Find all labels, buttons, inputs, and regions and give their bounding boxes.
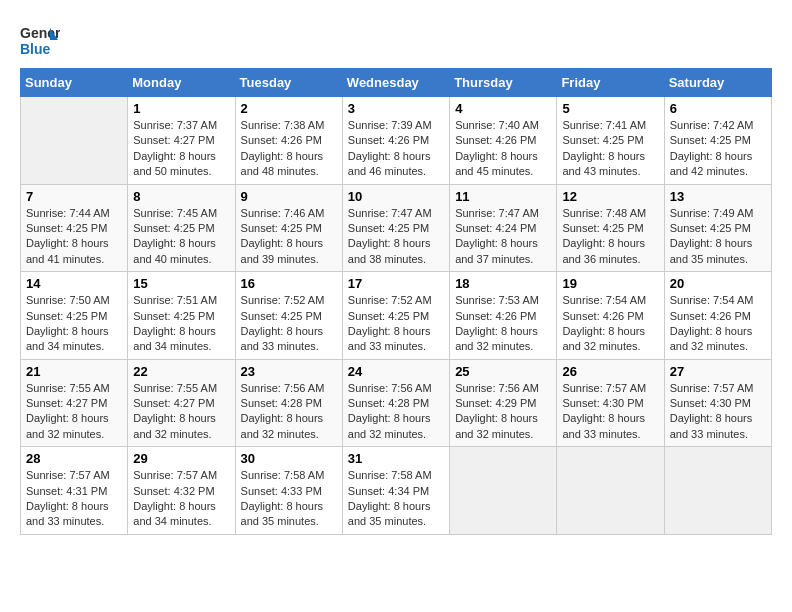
day-info: Sunrise: 7:57 AMSunset: 4:30 PMDaylight:…	[562, 381, 658, 443]
day-number: 13	[670, 189, 766, 204]
calendar-cell: 23Sunrise: 7:56 AMSunset: 4:28 PMDayligh…	[235, 359, 342, 447]
day-info: Sunrise: 7:47 AMSunset: 4:25 PMDaylight:…	[348, 206, 444, 268]
day-info: Sunrise: 7:54 AMSunset: 4:26 PMDaylight:…	[670, 293, 766, 355]
day-info: Sunrise: 7:49 AMSunset: 4:25 PMDaylight:…	[670, 206, 766, 268]
weekday-header-tuesday: Tuesday	[235, 69, 342, 97]
calendar-cell: 6Sunrise: 7:42 AMSunset: 4:25 PMDaylight…	[664, 97, 771, 185]
calendar-cell	[21, 97, 128, 185]
calendar-cell: 20Sunrise: 7:54 AMSunset: 4:26 PMDayligh…	[664, 272, 771, 360]
calendar-cell	[664, 447, 771, 535]
calendar-cell: 1Sunrise: 7:37 AMSunset: 4:27 PMDaylight…	[128, 97, 235, 185]
day-info: Sunrise: 7:57 AMSunset: 4:32 PMDaylight:…	[133, 468, 229, 530]
calendar-cell	[557, 447, 664, 535]
day-info: Sunrise: 7:38 AMSunset: 4:26 PMDaylight:…	[241, 118, 337, 180]
day-info: Sunrise: 7:54 AMSunset: 4:26 PMDaylight:…	[562, 293, 658, 355]
day-info: Sunrise: 7:50 AMSunset: 4:25 PMDaylight:…	[26, 293, 122, 355]
day-number: 24	[348, 364, 444, 379]
day-number: 26	[562, 364, 658, 379]
day-info: Sunrise: 7:45 AMSunset: 4:25 PMDaylight:…	[133, 206, 229, 268]
day-number: 5	[562, 101, 658, 116]
calendar-cell: 24Sunrise: 7:56 AMSunset: 4:28 PMDayligh…	[342, 359, 449, 447]
day-info: Sunrise: 7:48 AMSunset: 4:25 PMDaylight:…	[562, 206, 658, 268]
calendar-cell: 15Sunrise: 7:51 AMSunset: 4:25 PMDayligh…	[128, 272, 235, 360]
day-number: 11	[455, 189, 551, 204]
day-info: Sunrise: 7:37 AMSunset: 4:27 PMDaylight:…	[133, 118, 229, 180]
calendar-cell: 31Sunrise: 7:58 AMSunset: 4:34 PMDayligh…	[342, 447, 449, 535]
day-number: 18	[455, 276, 551, 291]
day-info: Sunrise: 7:51 AMSunset: 4:25 PMDaylight:…	[133, 293, 229, 355]
calendar-cell: 22Sunrise: 7:55 AMSunset: 4:27 PMDayligh…	[128, 359, 235, 447]
day-info: Sunrise: 7:56 AMSunset: 4:28 PMDaylight:…	[348, 381, 444, 443]
day-info: Sunrise: 7:52 AMSunset: 4:25 PMDaylight:…	[348, 293, 444, 355]
calendar-cell: 21Sunrise: 7:55 AMSunset: 4:27 PMDayligh…	[21, 359, 128, 447]
weekday-header-row: SundayMondayTuesdayWednesdayThursdayFrid…	[21, 69, 772, 97]
calendar-cell: 8Sunrise: 7:45 AMSunset: 4:25 PMDaylight…	[128, 184, 235, 272]
day-number: 17	[348, 276, 444, 291]
day-number: 19	[562, 276, 658, 291]
weekday-header-saturday: Saturday	[664, 69, 771, 97]
day-number: 12	[562, 189, 658, 204]
day-info: Sunrise: 7:57 AMSunset: 4:31 PMDaylight:…	[26, 468, 122, 530]
calendar-cell: 28Sunrise: 7:57 AMSunset: 4:31 PMDayligh…	[21, 447, 128, 535]
day-number: 8	[133, 189, 229, 204]
day-info: Sunrise: 7:41 AMSunset: 4:25 PMDaylight:…	[562, 118, 658, 180]
day-info: Sunrise: 7:56 AMSunset: 4:28 PMDaylight:…	[241, 381, 337, 443]
day-info: Sunrise: 7:55 AMSunset: 4:27 PMDaylight:…	[133, 381, 229, 443]
calendar-cell: 12Sunrise: 7:48 AMSunset: 4:25 PMDayligh…	[557, 184, 664, 272]
logo: General Blue	[20, 20, 64, 60]
calendar-cell: 3Sunrise: 7:39 AMSunset: 4:26 PMDaylight…	[342, 97, 449, 185]
weekday-header-monday: Monday	[128, 69, 235, 97]
day-number: 28	[26, 451, 122, 466]
calendar-cell: 2Sunrise: 7:38 AMSunset: 4:26 PMDaylight…	[235, 97, 342, 185]
day-info: Sunrise: 7:47 AMSunset: 4:24 PMDaylight:…	[455, 206, 551, 268]
svg-text:Blue: Blue	[20, 41, 51, 57]
calendar-cell: 11Sunrise: 7:47 AMSunset: 4:24 PMDayligh…	[450, 184, 557, 272]
day-number: 2	[241, 101, 337, 116]
calendar-week-2: 7Sunrise: 7:44 AMSunset: 4:25 PMDaylight…	[21, 184, 772, 272]
day-number: 30	[241, 451, 337, 466]
calendar-cell: 10Sunrise: 7:47 AMSunset: 4:25 PMDayligh…	[342, 184, 449, 272]
calendar-cell: 27Sunrise: 7:57 AMSunset: 4:30 PMDayligh…	[664, 359, 771, 447]
day-number: 22	[133, 364, 229, 379]
weekday-header-thursday: Thursday	[450, 69, 557, 97]
calendar-cell: 5Sunrise: 7:41 AMSunset: 4:25 PMDaylight…	[557, 97, 664, 185]
day-info: Sunrise: 7:58 AMSunset: 4:34 PMDaylight:…	[348, 468, 444, 530]
day-number: 10	[348, 189, 444, 204]
day-number: 21	[26, 364, 122, 379]
calendar-cell: 30Sunrise: 7:58 AMSunset: 4:33 PMDayligh…	[235, 447, 342, 535]
calendar-cell: 9Sunrise: 7:46 AMSunset: 4:25 PMDaylight…	[235, 184, 342, 272]
weekday-header-sunday: Sunday	[21, 69, 128, 97]
calendar-cell: 7Sunrise: 7:44 AMSunset: 4:25 PMDaylight…	[21, 184, 128, 272]
day-number: 31	[348, 451, 444, 466]
day-number: 15	[133, 276, 229, 291]
day-info: Sunrise: 7:58 AMSunset: 4:33 PMDaylight:…	[241, 468, 337, 530]
day-number: 9	[241, 189, 337, 204]
day-number: 6	[670, 101, 766, 116]
calendar-cell: 26Sunrise: 7:57 AMSunset: 4:30 PMDayligh…	[557, 359, 664, 447]
calendar-cell: 16Sunrise: 7:52 AMSunset: 4:25 PMDayligh…	[235, 272, 342, 360]
day-number: 23	[241, 364, 337, 379]
day-info: Sunrise: 7:57 AMSunset: 4:30 PMDaylight:…	[670, 381, 766, 443]
day-number: 4	[455, 101, 551, 116]
calendar-week-1: 1Sunrise: 7:37 AMSunset: 4:27 PMDaylight…	[21, 97, 772, 185]
day-number: 27	[670, 364, 766, 379]
day-info: Sunrise: 7:56 AMSunset: 4:29 PMDaylight:…	[455, 381, 551, 443]
day-number: 14	[26, 276, 122, 291]
weekday-header-wednesday: Wednesday	[342, 69, 449, 97]
day-info: Sunrise: 7:55 AMSunset: 4:27 PMDaylight:…	[26, 381, 122, 443]
day-info: Sunrise: 7:44 AMSunset: 4:25 PMDaylight:…	[26, 206, 122, 268]
calendar-cell: 13Sunrise: 7:49 AMSunset: 4:25 PMDayligh…	[664, 184, 771, 272]
calendar-cell: 4Sunrise: 7:40 AMSunset: 4:26 PMDaylight…	[450, 97, 557, 185]
day-info: Sunrise: 7:39 AMSunset: 4:26 PMDaylight:…	[348, 118, 444, 180]
day-info: Sunrise: 7:53 AMSunset: 4:26 PMDaylight:…	[455, 293, 551, 355]
day-number: 7	[26, 189, 122, 204]
calendar-cell: 18Sunrise: 7:53 AMSunset: 4:26 PMDayligh…	[450, 272, 557, 360]
calendar-week-3: 14Sunrise: 7:50 AMSunset: 4:25 PMDayligh…	[21, 272, 772, 360]
logo-icon: General Blue	[20, 20, 60, 60]
day-number: 20	[670, 276, 766, 291]
day-info: Sunrise: 7:52 AMSunset: 4:25 PMDaylight:…	[241, 293, 337, 355]
day-number: 29	[133, 451, 229, 466]
page-header: General Blue	[20, 20, 772, 60]
day-number: 25	[455, 364, 551, 379]
calendar-cell: 25Sunrise: 7:56 AMSunset: 4:29 PMDayligh…	[450, 359, 557, 447]
